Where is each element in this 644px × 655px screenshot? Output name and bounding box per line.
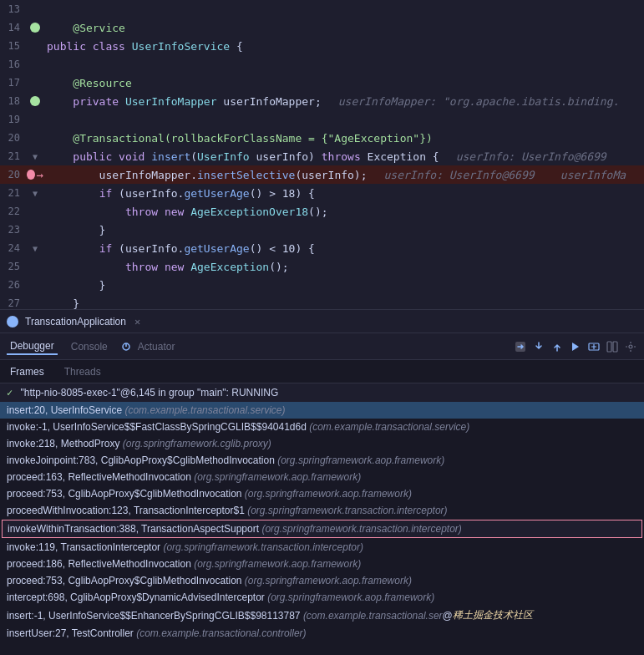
code-line-25: 23 } [0, 221, 644, 239]
code-line-14: 14 @Service [0, 18, 644, 37]
frame-item-14[interactable]: insertUser:27, TestController (com.examp… [0, 625, 644, 642]
frame-item-3[interactable]: invoke:218, MethodProxy (org.springframe… [0, 435, 644, 452]
frame-item-12[interactable]: intercept:698, CglibAopProxy$DynamicAdvi… [0, 589, 644, 606]
debug-panel: TranscationApplication ✕ Debugger Consol… [0, 309, 644, 655]
tab-actuator[interactable]: Actuator [134, 339, 179, 354]
breakpoint-icon [27, 170, 35, 180]
frame-item-13[interactable]: insert:-1, UserInfoService$$EnhancerBySp… [0, 606, 644, 625]
code-editor: 13 14 @Service 15 public class UserInfoS… [0, 0, 644, 309]
settings-icon[interactable] [624, 340, 637, 353]
frame-item-11[interactable]: proceed:753, CglibAopProxy$CglibMethodIn… [0, 572, 644, 589]
debug-app-name: TranscationApplication [25, 316, 126, 328]
step-out-icon[interactable] [550, 340, 564, 353]
frame-item-7[interactable]: proceedWithInvocation:123, TransactionIn… [0, 502, 644, 519]
running-status-line: ✓ "http-nio-8085-exec-1"@6,145 in group … [0, 383, 644, 402]
code-line-19: 19 [0, 110, 644, 129]
frame-item-9[interactable]: invoke:119, TransactionInterceptor (org.… [0, 539, 644, 556]
code-line-22: 20 → userInfoMapper.insertSelective(user… [0, 165, 644, 184]
tab-debugger[interactable]: Debugger [7, 338, 58, 355]
frame-item-5[interactable]: proceed:163, ReflectiveMethodInvocation … [0, 469, 644, 485]
debug-toolbar-icons [514, 340, 637, 353]
code-line-17: 17 @Resource [0, 74, 644, 92]
frame-item-8[interactable]: invokeWithinTransaction:388, Transaction… [2, 520, 642, 538]
frame-item-1[interactable]: insert:20, UserInfoService (com.example.… [0, 402, 644, 419]
running-status-text: "http-nio-8085-exec-1"@6,145 in group "m… [18, 387, 278, 399]
code-line-16: 16 [0, 55, 644, 74]
tab-console[interactable]: Console [68, 339, 111, 354]
code-line-27: 25 throw new AgeException(); [0, 257, 644, 276]
code-line-28: 26 } [0, 276, 644, 294]
svg-rect-5 [613, 342, 617, 352]
run-to-cursor-icon[interactable] [569, 340, 582, 353]
sub-tab-frames[interactable]: Frames [7, 364, 48, 379]
code-line-23: 21 ▼ if (userInfo.getUserAge() > 18) { [0, 184, 644, 202]
code-line-26: 24 ▼ if (userInfo.getUserAge() < 10) { [0, 239, 644, 257]
code-line-20: 20 @Transactional(rollbackForClassName =… [0, 129, 644, 147]
debug-toolbar: Debugger Console Actuator [0, 333, 644, 360]
frame-item-10[interactable]: proceed:186, ReflectiveMethodInvocation … [0, 556, 644, 572]
bean-icon [30, 23, 40, 33]
frames-list[interactable]: ✓ "http-nio-8085-exec-1"@6,145 in group … [0, 383, 644, 655]
svg-point-6 [629, 345, 632, 348]
step-into-icon[interactable] [532, 340, 545, 353]
frame-item-2[interactable]: invoke:-1, UserInfoService$$FastClassByS… [0, 419, 644, 435]
close-icon[interactable]: ✕ [134, 316, 140, 328]
step-over-icon[interactable] [514, 340, 527, 353]
code-line-18: 18 private UserInfoMapper userInfoMapper… [0, 92, 644, 110]
debug-app-icon [7, 316, 18, 328]
bean-icon2 [30, 96, 40, 106]
actuator-icon [121, 342, 131, 352]
code-line-13: 13 [0, 0, 644, 18]
debug-title-bar: TranscationApplication ✕ [0, 310, 644, 333]
code-line-15: 15 public class UserInfoService { [0, 37, 644, 55]
frame-item-4[interactable]: invokeJoinpoint:783, CglibAopProxy$Cglib… [0, 452, 644, 469]
debug-sub-tabs: Frames Threads [0, 360, 644, 383]
frame-item-6[interactable]: proceed:753, CglibAopProxy$CglibMethodIn… [0, 485, 644, 502]
svg-rect-4 [607, 342, 611, 352]
restore-icon[interactable] [606, 340, 619, 353]
sub-tab-threads[interactable]: Threads [61, 364, 104, 379]
code-line-21: 21 ▼ public void insert(UserInfo userInf… [0, 147, 644, 165]
code-line-24: 22 throw new AgeExceptionOver18(); [0, 202, 644, 221]
evaluate-icon[interactable] [587, 340, 601, 353]
code-line-29: 27 } [0, 294, 644, 309]
